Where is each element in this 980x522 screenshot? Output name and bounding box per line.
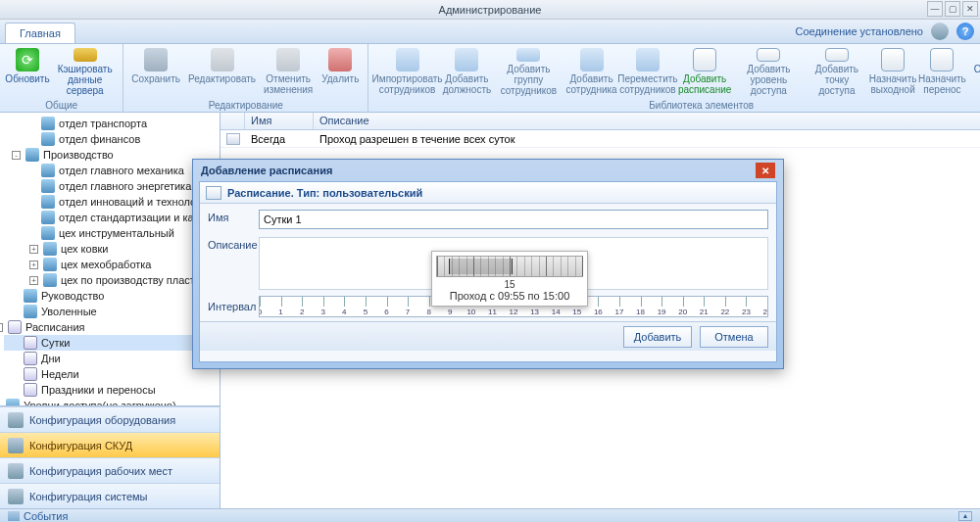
events-icon [8,511,20,521]
add-employee-button[interactable]: Добавить сотрудника [565,46,617,98]
tree-node[interactable]: Сутки [4,335,216,351]
calendar-icon [24,367,37,381]
calendar-icon [24,336,37,350]
expand-toggle[interactable]: + [29,261,38,269]
grid-row[interactable]: Всегда Проход разрешен в течение всех су… [220,130,980,148]
edit-button[interactable]: Редактировать [184,46,260,98]
tree-node[interactable]: отдел стандартизации и каче [4,210,216,225]
tree-node[interactable]: Руководство [4,288,216,304]
grid-header: Имя Описание [220,113,980,130]
people-icon [24,289,37,303]
cancel-button[interactable]: Отмена [700,326,768,348]
tab-main[interactable]: Главная [5,23,75,43]
add-access-point-button[interactable]: Добавить точку доступа [806,46,868,98]
help-icon[interactable]: ? [956,23,974,40]
expand-events-button[interactable]: ▴ [958,511,972,521]
nav-system[interactable]: Конфигурация системы [0,483,220,508]
expand-toggle[interactable]: - [12,151,21,160]
employee-icon [580,48,604,71]
ap-state-button[interactable]: Состояние точек доступа [967,46,980,98]
close-button[interactable]: ✕ [962,1,978,17]
events-label[interactable]: События [24,510,68,522]
group-label-library: Библиотека элементов [368,100,980,111]
col-desc[interactable]: Описание [314,113,980,129]
nav-workplaces[interactable]: Конфигурация рабочих мест [0,457,220,483]
server-icon[interactable] [931,23,949,40]
tree-node[interactable]: Дни [4,351,216,366]
tree-node[interactable]: +цех мехобработка [4,257,216,272]
tree-node[interactable]: отдел главного энергетика [4,178,216,194]
tree-node[interactable]: Уволенные [4,304,216,319]
tree-label: отдел финансов [59,133,140,145]
set-dayoff-button[interactable]: Назначить выходной [868,46,917,98]
expand-toggle[interactable]: + [29,276,38,285]
dialog-titlebar[interactable]: Добавление расписания ✕ [193,160,783,181]
tree-node[interactable]: +цех по производству пластик [4,272,216,288]
interval-tooltip: 15 Проход с 09:55 по 15:00 [431,251,588,307]
tree-node[interactable]: Недели [4,366,216,382]
nav-bar: Конфигурация оборудования Конфигурация С… [0,405,220,508]
label-interval: Интервал [208,301,253,312]
lock-icon [8,438,24,453]
tree-node[interactable]: -Производство [4,147,216,163]
add-schedule-button[interactable]: Добавить расписание [678,46,732,98]
minimize-button[interactable]: — [927,1,943,17]
add-group-button[interactable]: Добавить группу сотрудников [492,46,565,98]
tree-label: Уволенные [41,306,97,317]
dialog-footer: Добавить Отмена [200,321,776,351]
undo-button[interactable]: Отменить изменения [260,46,317,98]
save-button[interactable]: Сохранить [127,46,184,98]
expand-toggle[interactable]: - [0,323,3,332]
tree-node[interactable]: отдел финансов [4,131,216,147]
expand-toggle[interactable]: + [29,245,38,254]
delete-button[interactable]: Удалить [317,46,364,98]
add-access-level-button[interactable]: Добавить уровень доступа [732,46,806,98]
tree-node[interactable]: отдел инноваций и технологи [4,194,216,210]
tree-label: отдел инноваций и технологи [59,196,206,208]
tree-node[interactable]: -Расписания [4,319,216,335]
tree-node[interactable]: отдел транспорта [4,116,216,131]
col-name[interactable]: Имя [245,113,314,129]
import-employees-button[interactable]: Импортировать сотрудников [372,46,442,98]
tree-node[interactable]: Праздники и переносы [4,382,216,398]
tree-node[interactable]: Уровни доступа(не загружено) [4,398,216,405]
people-icon [6,399,20,405]
add-button[interactable]: Добавить [623,326,692,348]
add-position-button[interactable]: Добавить должность [442,46,492,98]
cache-button[interactable]: Кэшировать данные сервера [51,46,119,98]
tree-node[interactable]: цех инструментальный [4,225,216,241]
dialog-close-button[interactable]: ✕ [756,163,775,178]
move-employees-button[interactable]: Переместить сотрудников [617,46,677,98]
connection-status-area: Соединение установлено ? [795,23,974,40]
nav-skud[interactable]: Конфигурация СКУД [0,432,220,457]
tooltip-ruler [436,256,583,277]
dialog-title: Добавление расписания [201,165,332,176]
tree-node[interactable]: +цех ковки [4,241,216,257]
delete-icon [328,48,352,71]
maximize-button[interactable]: ▢ [945,1,960,17]
tree-node[interactable]: отдел главного механика [4,163,216,178]
import-icon [396,48,419,71]
ribbon-group-library: Импортировать сотрудников Добавить должн… [368,44,980,112]
people-icon [25,148,39,162]
nav-hardware[interactable]: Конфигурация оборудования [0,406,220,432]
transfer-icon [930,48,954,71]
people-icon [41,195,55,209]
ribbon-group-editing: Сохранить Редактировать Отменить изменен… [123,44,368,112]
edit-icon [211,48,234,71]
sidebar: отдел транспортаотдел финансов-Производс… [0,113,220,508]
window-buttons: — ▢ ✕ [927,1,978,17]
bottom-bar: События ▴ [0,508,980,522]
tree-label: Производство [43,149,114,161]
tree[interactable]: отдел транспортаотдел финансов-Производс… [0,113,220,405]
people-icon [43,242,57,256]
group-label-common: Общие [0,100,122,111]
tree-label: Руководство [41,290,104,302]
connection-status: Соединение установлено [795,25,923,37]
set-transfer-button[interactable]: Назначить перенос [917,46,966,98]
name-input[interactable] [259,210,768,229]
ribbon-group-common: ⟳Обновить Кэшировать данные сервера Общи… [0,44,123,112]
schedule-row-icon [226,133,240,145]
refresh-button[interactable]: ⟳Обновить [4,46,51,98]
access-point-icon [825,48,849,62]
